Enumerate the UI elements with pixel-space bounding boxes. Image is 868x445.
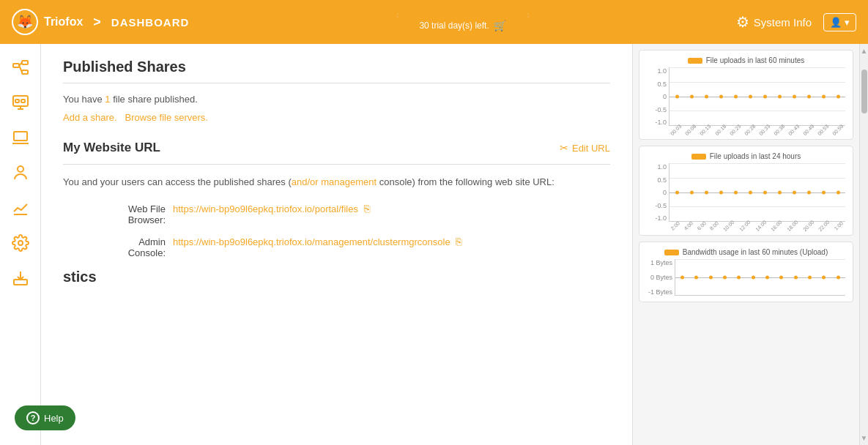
web-file-browser-row: Web FileBrowser: https://win-bp9o9l6epkq… [85,203,610,225]
legend-color-2 [691,154,706,160]
main-layout: Published Shares You have 1 file share p… [0,44,868,445]
web-file-browser-label: Web FileBrowser: [85,203,166,225]
data-dot [737,275,741,279]
sidebar-item-laptop[interactable] [4,121,37,154]
sidebar-item-download[interactable] [4,262,37,294]
data-dot [690,94,694,98]
website-url-header: My Website URL ✂ Edit URL [63,141,610,155]
edit-url-button[interactable]: ✂ Edit URL [560,142,610,154]
sidebar-item-analytics[interactable] [4,192,37,224]
x2-label: 4:00 [683,220,694,231]
data-dot [752,275,755,279]
user-menu-button[interactable]: 👤 ▾ [823,13,856,31]
y-label-1-3: 0 [647,93,667,100]
add-share-link[interactable]: Add a share. [63,112,117,123]
data-dot [734,190,738,194]
chart-title-3: Bandwidth usage in last 60 minutes (Uplo… [683,248,828,256]
trial-info: 30 trial day(s) left. 🛒 [189,13,735,31]
y3-label-3: -1 Bytes [647,288,672,296]
system-info-label: System Info [754,16,812,29]
chart-area-2: 1.0 0.5 0 -0.5 -1.0 [647,163,845,229]
trial-bar-fill [397,13,529,18]
web-file-browser-url[interactable]: https://win-bp9o9l6epkq.triofox.io/porta… [173,203,358,214]
data-dot [765,275,769,279]
trial-progress-bar [397,13,529,18]
data-dot [763,94,767,98]
published-shares-title: Published Shares [63,59,610,75]
svg-line-3 [19,63,22,66]
data-dot [675,190,679,194]
scrollbar-thumb[interactable] [861,70,867,113]
sidebar-item-share[interactable] [4,51,37,83]
data-dot [822,94,826,98]
y2-label-1: 1.0 [647,163,667,171]
data-dot [822,275,826,279]
sidebar-item-monitor[interactable] [4,86,37,119]
url-table: Web FileBrowser: https://win-bp9o9l6epkq… [85,203,610,258]
desc-suffix: file share published. [111,94,198,105]
svg-point-15 [18,241,23,245]
laptop-icon [12,129,29,146]
cart-icon: 🛒 [494,20,506,31]
scroll-down-arrow[interactable]: ▼ [861,434,868,442]
y-label-1-4: -0.5 [647,106,667,113]
section-divider-1 [63,83,610,83]
app-header: 🦊 Triofox > DASHBOARD 30 trial day(s) le… [0,0,868,44]
data-dot [793,94,796,98]
chart-card-3: Bandwidth usage in last 60 minutes (Uplo… [639,242,853,302]
data-dot [719,94,723,98]
data-dot [709,275,713,279]
data-dot [705,94,708,98]
brand-name: Triofox [44,15,83,29]
settings-icon [12,234,29,252]
chart-legend-3: Bandwidth usage in last 60 minutes (Uplo… [647,248,845,256]
header-divider: > [93,15,101,30]
share-icon [12,59,29,76]
logo-icon: 🦊 [12,9,38,35]
svg-rect-8 [15,100,19,102]
data-dot [793,190,796,194]
main-content: Published Shares You have 1 file share p… [41,44,632,445]
svg-rect-2 [22,70,28,74]
charts-panel: File uploads in last 60 minutes 1.0 0.5 … [632,44,859,445]
section-divider-2 [63,164,610,165]
y3-label-2: 0 Bytes [647,274,672,281]
y-label-1-1: 1.0 [647,67,667,75]
y2-label-4: -0.5 [647,202,667,209]
sidebar-item-settings[interactable] [4,227,37,259]
admin-console-url[interactable]: https://win-bp9o9l6epkq.triofox.io/manag… [173,236,450,247]
copy-icon-2[interactable]: ⎘ [456,236,461,247]
help-label: Help [44,413,64,424]
sidebar-item-user[interactable] [4,157,37,189]
data-dot [749,94,752,98]
x2-label: 6:00 [696,220,707,231]
x2-label: 1:00 [834,220,845,231]
monitor-icon [12,94,29,111]
brand-logo: 🦊 Triofox > DASHBOARD [12,9,189,35]
data-dot [822,190,826,194]
trial-text: 30 trial day(s) left. 🛒 [419,20,505,31]
svg-line-4 [19,66,22,72]
svg-rect-0 [13,64,19,67]
header-title: DASHBOARD [111,16,190,29]
admin-console-url-container: https://win-bp9o9l6epkq.triofox.io/manag… [173,236,461,247]
share-count: 1 [105,94,110,105]
edit-url-label: Edit URL [572,143,610,154]
chart-area-1: 1.0 0.5 0 -0.5 -1.0 [647,67,845,133]
help-circle-icon: ? [26,411,40,425]
svg-rect-9 [21,100,25,102]
scroll-up-arrow[interactable]: ▲ [861,47,868,55]
statistics-label: stics [63,269,97,285]
copy-icon-1[interactable]: ⎘ [364,203,370,214]
orange-text: and/or management [292,176,376,187]
scrollbar[interactable]: ▲ ▼ [859,44,868,445]
system-info-button[interactable]: ⚙ System Info [736,13,812,31]
data-dot [680,275,684,279]
data-dot [705,190,708,194]
help-button[interactable]: ? Help [15,405,75,430]
data-dot [794,275,798,279]
data-dot [808,275,812,279]
download-icon [12,269,29,287]
browse-file-servers-link[interactable]: Browse file servers. [125,112,208,123]
chart-legend-2: File uploads in last 24 hours [647,152,845,160]
